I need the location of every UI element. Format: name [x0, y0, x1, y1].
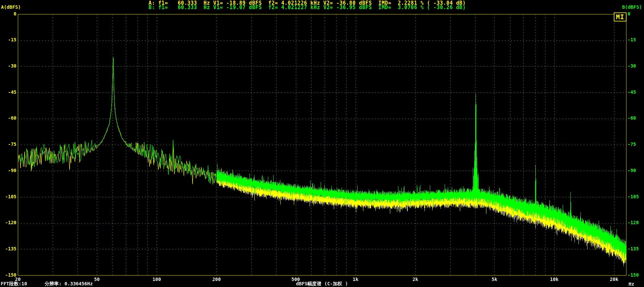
- spectrum-plot-canvas[interactable]: [0, 0, 644, 287]
- chart-title: dBFS幅度谱 (C-加权 ): [18, 281, 626, 287]
- right-axis-title: B(dBFS): [622, 4, 642, 10]
- resolution-readout: 分辨率: 0.336456Hz: [45, 281, 93, 287]
- fft-segments-readout: FFT段数:10: [1, 281, 27, 287]
- readout-line-channel-b: B: f1= 60.333 Hz V1= -19.07 dBFS f2= 4.0…: [149, 4, 466, 10]
- left-axis-title: A(dBFS): [1, 4, 21, 10]
- status-bar: dBFS幅度谱 (C-加权 ) FFT段数:10 分辨率: 0.336456Hz: [0, 281, 644, 287]
- mi-logo: MI: [614, 12, 627, 22]
- analyzer-screen: A: f1= 60.333 Hz V1= -18.89 dBFS f2= 4.0…: [0, 0, 644, 287]
